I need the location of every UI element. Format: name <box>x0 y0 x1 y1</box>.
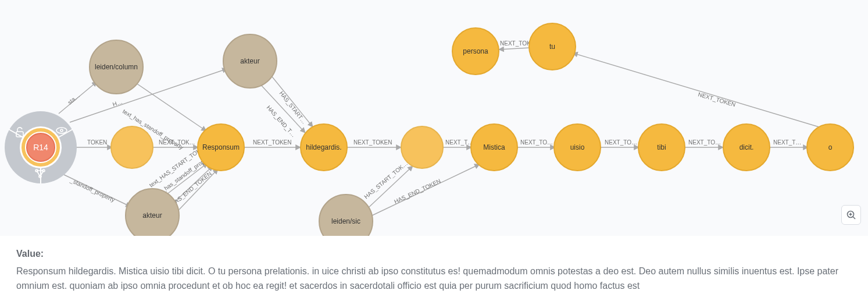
svg-text:akteur: akteur <box>240 57 259 65</box>
node-blank-2[interactable] <box>401 126 443 168</box>
svg-text:TOKEN: TOKEN <box>87 139 107 146</box>
svg-text:hildegardis.: hildegardis. <box>306 143 341 151</box>
svg-text:NEXT_TOKEN: NEXT_TOKEN <box>253 139 292 146</box>
svg-text:uisio: uisio <box>570 143 585 151</box>
center-node[interactable]: R14 <box>5 111 77 183</box>
svg-text:NEXT_TO…: NEXT_TO… <box>605 139 637 146</box>
svg-text:tu: tu <box>549 43 555 51</box>
svg-text:NEXT_TOKEN: NEXT_TOKEN <box>697 91 736 108</box>
svg-text:leiden/column: leiden/column <box>95 63 138 71</box>
center-node-label: R14 <box>33 143 48 152</box>
edge-blank2-mistica: NEXT_T… <box>443 139 473 147</box>
svg-text:leiden/sic: leiden/sic <box>331 217 360 225</box>
svg-text:HAS_START_TOK…: HAS_START_TOK… <box>363 160 409 200</box>
edge-tibi-dicit: NEXT_TO… <box>684 139 723 147</box>
node-persona[interactable]: persona <box>452 28 499 75</box>
node-hildegardis[interactable]: hildegardis. <box>301 124 347 171</box>
edge-uisio-tibi: NEXT_TO… <box>599 139 639 147</box>
node-tu[interactable]: tu <box>529 23 576 70</box>
edge-o-tu: NEXT_TOKEN <box>573 53 821 128</box>
edge-r14-blank1: TOKEN <box>74 139 112 147</box>
svg-text:o: o <box>828 143 833 151</box>
value-panel: Value: Responsum hildegardis. Mistica ui… <box>0 236 868 294</box>
node-leiden-sic[interactable]: leiden/sic <box>319 195 373 236</box>
svg-line-89 <box>853 217 855 219</box>
svg-text:akteur: akteur <box>142 211 162 220</box>
edge-dicit-o: NEXT_T… <box>769 139 808 147</box>
svg-point-66 <box>319 195 373 236</box>
edge-leidensic-mistica: HAS_END_TOKEN <box>372 164 480 215</box>
svg-text:dicit.: dicit. <box>740 143 754 151</box>
node-tibi[interactable]: tibi <box>638 124 685 171</box>
svg-text:NEXT_TO…: NEXT_TO… <box>688 139 721 146</box>
svg-text:HAS_END_TOKEN: HAS_END_TOKEN <box>393 178 442 205</box>
svg-point-68 <box>111 126 153 168</box>
value-text: Responsum hildegardis. Mistica uisio tib… <box>16 264 852 294</box>
svg-line-18 <box>573 53 821 128</box>
edge-akteurbot-resp-end: HAS_END_TOKEN <box>170 169 218 210</box>
svg-text:NEXT_T…: NEXT_T… <box>773 139 801 146</box>
graph-svg: TOKEN NEXT_TOK… NEXT_TOKEN NEXT_TOKEN NE… <box>0 0 868 236</box>
svg-text:NEXT_TOKEN: NEXT_TOKEN <box>353 139 392 146</box>
node-o[interactable]: o <box>807 124 853 171</box>
node-akteur-top[interactable]: akteur <box>223 34 277 88</box>
svg-text:tibi: tibi <box>657 143 666 151</box>
svg-text:Mistica: Mistica <box>483 143 505 151</box>
svg-point-73 <box>401 126 443 168</box>
svg-text:sta…: sta… <box>66 92 81 105</box>
edge-hildegardis-blank2: NEXT_TOKEN <box>347 139 401 147</box>
edge-r14-akteurbot: _standoff_property <box>64 175 131 207</box>
svg-text:H…: H… <box>112 98 123 108</box>
node-akteur-bottom[interactable]: akteur <box>126 189 179 236</box>
svg-line-20 <box>499 48 530 50</box>
svg-text:NEXT_T…: NEXT_T… <box>445 139 473 146</box>
edge-mistica-uisio: NEXT_TO… <box>516 139 555 147</box>
zoom-in-icon <box>846 210 856 220</box>
node-leiden-column[interactable]: leiden/column <box>90 40 143 94</box>
node-dicit[interactable]: dicit. <box>723 124 770 171</box>
edge-leidensic-blank2: HAS_START_TOK… <box>363 160 413 210</box>
graph-canvas[interactable]: TOKEN NEXT_TOK… NEXT_TOKEN NEXT_TOKEN NE… <box>0 0 868 236</box>
zoom-in-button[interactable] <box>841 205 861 225</box>
edge-r14-leidencol: sta… <box>59 82 97 114</box>
svg-text:Responsum: Responsum <box>202 143 240 151</box>
edge-responsum-hildegardis: NEXT_TOKEN <box>243 139 301 147</box>
svg-text:NEXT_TO…: NEXT_TO… <box>520 139 553 146</box>
node-mistica[interactable]: Mistica <box>471 124 517 171</box>
node-blank-1[interactable] <box>111 126 153 168</box>
node-uisio[interactable]: uisio <box>554 124 601 171</box>
node-responsum[interactable]: Responsum <box>198 124 244 171</box>
svg-text:_standoff_property: _standoff_property <box>69 176 116 203</box>
svg-text:persona: persona <box>463 47 488 55</box>
value-title: Value: <box>16 246 852 261</box>
